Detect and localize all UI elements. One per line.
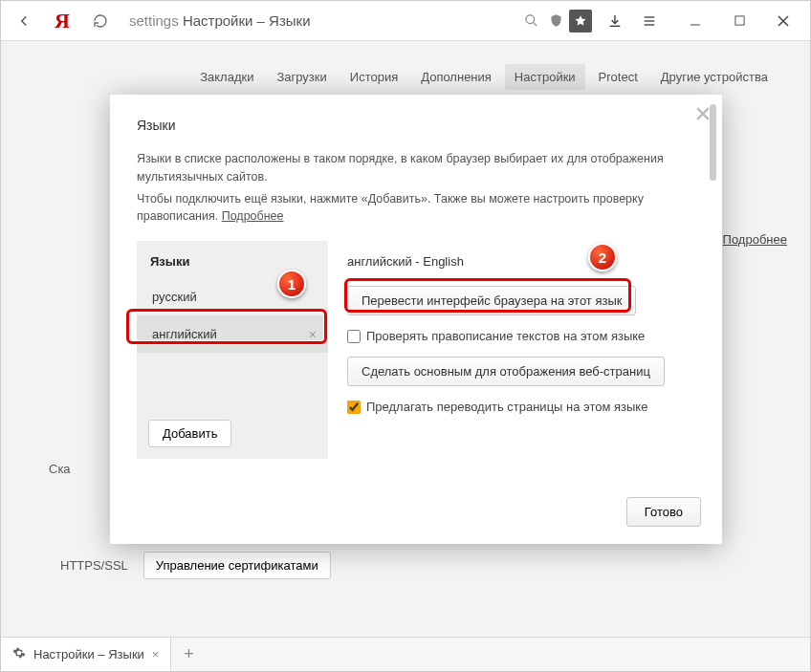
new-tab-button[interactable]: + bbox=[171, 638, 206, 671]
back-button[interactable] bbox=[9, 8, 39, 34]
spellcheck-row[interactable]: Проверять правописание текстов на этом я… bbox=[347, 329, 690, 343]
nav-tab-active[interactable]: Настройки bbox=[505, 64, 585, 90]
minimize-button[interactable] bbox=[676, 8, 714, 34]
offer-translate-checkbox[interactable] bbox=[347, 401, 361, 414]
settings-nav-tabs: Закладки Загрузки История Дополнения Нас… bbox=[1, 41, 810, 90]
dialog-footer: Готово bbox=[110, 484, 722, 544]
close-window-button[interactable] bbox=[764, 8, 802, 34]
downloads-icon[interactable] bbox=[603, 10, 626, 33]
language-detail-panel: английский - English Перевести интерфейс… bbox=[328, 241, 695, 459]
nav-tab[interactable]: Protect bbox=[589, 64, 647, 90]
svg-rect-1 bbox=[734, 16, 743, 25]
gear-icon bbox=[12, 646, 26, 662]
annotation-badge-2: 2 bbox=[588, 243, 617, 271]
shield-icon[interactable] bbox=[544, 10, 567, 33]
bg-fragment-left: Ска bbox=[49, 462, 71, 476]
spellcheck-checkbox[interactable] bbox=[347, 330, 361, 343]
toolbar-right bbox=[519, 8, 802, 34]
addr-keyword: settings bbox=[129, 12, 179, 29]
done-button[interactable]: Готово bbox=[626, 497, 701, 527]
annotation-badge-1: 1 bbox=[277, 270, 306, 298]
manage-certificates-button[interactable]: Управление сертификатами bbox=[143, 552, 331, 579]
close-tab-icon[interactable]: × bbox=[152, 647, 160, 661]
dialog-description-2: Чтобы подключить ещё языки, нажмите «Доб… bbox=[137, 190, 695, 227]
languages-dialog: Языки Языки в списке расположены в таком… bbox=[110, 95, 722, 544]
dialog-description-1: Языки в списке расположены в таком поряд… bbox=[137, 150, 695, 186]
learn-more-link[interactable]: Подробнее bbox=[222, 209, 284, 223]
scrollbar-thumb[interactable] bbox=[710, 104, 716, 181]
selected-language-title: английский - English bbox=[347, 254, 690, 269]
reload-button[interactable] bbox=[85, 8, 116, 34]
offer-translate-label: Предлагать переводить страницы на этом я… bbox=[366, 400, 647, 414]
dialog-title: Языки bbox=[137, 118, 695, 133]
https-label: HTTPS/SSL bbox=[60, 558, 128, 573]
address-bar[interactable]: settings Настройки – Языки bbox=[123, 12, 512, 29]
menu-icon[interactable] bbox=[638, 10, 661, 33]
nav-tab[interactable]: Закладки bbox=[190, 64, 263, 90]
language-item-english[interactable]: английский × bbox=[137, 315, 328, 353]
search-icon[interactable] bbox=[519, 10, 542, 33]
svg-point-0 bbox=[525, 15, 534, 24]
https-section: HTTPS/SSL Управление сертификатами bbox=[60, 552, 331, 579]
addr-title: Настройки – Языки bbox=[183, 12, 311, 29]
dialog-body: Языки Языки в списке расположены в таком… bbox=[110, 95, 722, 484]
browser-tab-bar: Настройки – Языки × + bbox=[1, 637, 810, 671]
tab-title: Настройки – Языки bbox=[33, 647, 144, 661]
add-language-button[interactable]: Добавить bbox=[148, 420, 231, 447]
remove-language-icon[interactable]: × bbox=[309, 327, 317, 342]
bg-more-link[interactable]: Подробнее bbox=[723, 232, 787, 247]
nav-tab[interactable]: Другие устройства bbox=[651, 64, 778, 90]
languages-panel: Языки русский английский × Добавить англ… bbox=[137, 241, 695, 459]
nav-tab[interactable]: История bbox=[340, 64, 407, 90]
yandex-logo[interactable]: Я bbox=[47, 8, 77, 34]
nav-tab[interactable]: Дополнения bbox=[411, 64, 501, 90]
bookmark-star-icon[interactable] bbox=[569, 10, 592, 33]
default-display-button[interactable]: Сделать основным для отображения веб-стр… bbox=[347, 357, 665, 386]
translate-ui-button[interactable]: Перевести интерфейс браузера на этот язы… bbox=[347, 286, 636, 315]
maximize-button[interactable] bbox=[720, 8, 758, 34]
nav-tab[interactable]: Загрузки bbox=[267, 64, 336, 90]
spellcheck-label: Проверять правописание текстов на этом я… bbox=[366, 329, 645, 343]
offer-translate-row[interactable]: Предлагать переводить страницы на этом я… bbox=[347, 400, 690, 414]
browser-toolbar: Я settings Настройки – Языки bbox=[1, 1, 810, 41]
browser-tab[interactable]: Настройки – Языки × bbox=[1, 638, 171, 671]
